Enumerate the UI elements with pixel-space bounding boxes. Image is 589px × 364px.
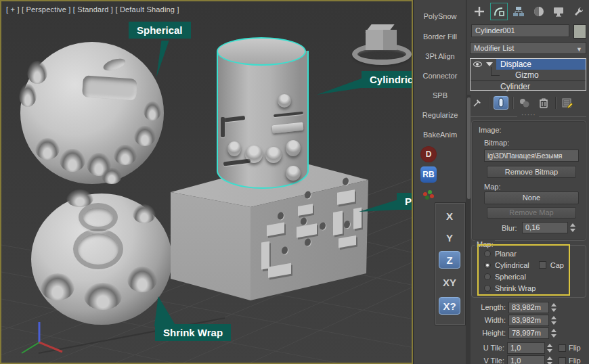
spb-button[interactable]: SPB	[416, 89, 464, 102]
map-option-cylindrical[interactable]: Cylindrical Cap	[484, 260, 564, 269]
hierarchy-icon	[512, 5, 525, 18]
hierarchy-tab[interactable]	[510, 3, 527, 20]
two-spheres-icon	[519, 97, 531, 108]
length-field[interactable]: 83,982m	[508, 302, 549, 313]
perspective-viewport[interactable]: [ + ] [ Perspective ] [ Standard ] [ Def…	[0, 0, 413, 364]
height-spinner[interactable]	[550, 327, 557, 339]
radio-icon[interactable]	[484, 285, 491, 292]
u-tile-row: U Tile: 1,0 Flip	[466, 342, 589, 354]
u-flip-checkbox[interactable]	[559, 344, 566, 352]
object-color-swatch[interactable]	[573, 24, 586, 39]
remove-modifier-button[interactable]	[536, 96, 551, 110]
display-tab[interactable]	[550, 3, 567, 20]
v-tile-row: V Tile: 1,0 Flip	[466, 355, 589, 364]
plus-icon	[473, 5, 485, 18]
pin-icon	[472, 97, 483, 108]
command-panel: Cylinder001 Modifier List ▼ Displace Giz…	[466, 0, 589, 364]
cylinder-selected[interactable]	[215, 37, 311, 201]
planar-callout: Planar	[397, 193, 413, 210]
remove-bitmap-button[interactable]: Remove Bitmap	[487, 166, 576, 178]
axis-xy-button[interactable]: XY	[439, 274, 460, 292]
axis-z-button[interactable]: Z	[439, 251, 460, 269]
map-none-button[interactable]: None	[484, 191, 579, 204]
map-label: Map:	[484, 183, 500, 191]
cylindrical-callout: Cylindrical	[362, 71, 413, 88]
pin-stack-button[interactable]	[470, 96, 485, 110]
radio-selected-icon[interactable]	[484, 262, 491, 269]
blur-spinner[interactable]	[569, 222, 575, 233]
motion-tab[interactable]	[530, 3, 548, 20]
scripts-toolbar: PolySnow Border Fill 3Pt Align Connector…	[413, 0, 466, 364]
map-option-spherical[interactable]: Spherical	[484, 272, 526, 281]
height-row: Height: 78,997m	[466, 327, 589, 339]
show-end-result-button[interactable]	[494, 96, 508, 110]
sphere-shrinkwrap-map[interactable]	[31, 194, 172, 325]
cylinder-cap	[217, 37, 306, 66]
v-flip-label: Flip	[569, 357, 581, 364]
viewport-label[interactable]: [ + ] [ Perspective ] [ Standard ] [ Def…	[6, 5, 179, 14]
eye-icon[interactable]	[473, 62, 482, 67]
wrench-icon	[572, 5, 584, 18]
cap-checkbox[interactable]	[539, 261, 546, 269]
stack-row-cylinder[interactable]: Cylinder	[471, 81, 586, 92]
v-flip-checkbox[interactable]	[559, 357, 566, 364]
v-tile-field[interactable]: 1,0	[507, 355, 545, 364]
mini-displaced-cube	[366, 24, 401, 55]
u-flip-label: Flip	[569, 344, 581, 352]
stack-row-displace[interactable]: Displace	[471, 59, 586, 70]
modifier-stack: Displace Gizmo Cylinder	[470, 58, 586, 91]
sphere-dent	[102, 56, 127, 73]
axis-x-button[interactable]: X	[439, 208, 460, 225]
blur-label: Blur:	[502, 224, 517, 232]
bitmap-path-field[interactable]: ig\3D\Панацея\Безымя	[484, 150, 579, 162]
map-option-shrink-wrap[interactable]: Shrink Wrap	[484, 283, 536, 292]
axis-xq-button[interactable]: X?	[439, 297, 460, 315]
border-fill-button[interactable]: Border Fill	[416, 30, 464, 43]
expand-triangle-icon[interactable]	[486, 62, 493, 66]
radio-icon[interactable]	[484, 273, 491, 280]
shrink-wrap-callout: Shrink Wrap	[155, 324, 231, 341]
sphere-dent	[82, 75, 137, 101]
tree-branch	[491, 67, 500, 76]
v-tile-spinner[interactable]	[546, 355, 552, 364]
height-field[interactable]: 78,997m	[508, 327, 549, 339]
connector-button[interactable]: Connector	[416, 69, 464, 83]
configure-modifier-sets-button[interactable]	[560, 96, 575, 110]
utilities-tab[interactable]	[569, 3, 587, 20]
modifier-list-dropdown[interactable]: Modifier List ▼	[470, 42, 586, 54]
world-axis-tripod	[14, 318, 74, 361]
length-row: Length: 83,982m	[466, 302, 589, 313]
map-option-planar[interactable]: Planar	[484, 249, 517, 258]
rb-icon[interactable]: RB	[420, 166, 437, 183]
rollout-grip[interactable]	[470, 115, 586, 119]
u-tile-field[interactable]: 1,0	[507, 342, 545, 354]
blur-value-field[interactable]: 0,16	[522, 222, 568, 233]
3pt-align-button[interactable]: 3Pt Align	[416, 49, 464, 63]
modify-arc-icon	[493, 5, 505, 18]
max-window: [ + ] [ Perspective ] [ Standard ] [ Def…	[0, 0, 589, 364]
polysnow-button[interactable]: PolySnow	[416, 9, 464, 23]
bakeanim-button[interactable]: BakeAnim	[416, 128, 464, 141]
monitor-icon	[552, 5, 565, 18]
width-field[interactable]: 83,982m	[508, 315, 549, 326]
modify-tab[interactable]	[490, 3, 508, 20]
stack-row-gizmo[interactable]: Gizmo	[471, 70, 586, 81]
regularize-button[interactable]: Regularize	[416, 108, 464, 122]
axis-y-button[interactable]: Y	[439, 229, 460, 247]
make-unique-button[interactable]	[517, 96, 532, 110]
image-label: Image:	[479, 126, 502, 134]
config-grid-pencil-icon	[562, 97, 573, 108]
length-spinner[interactable]	[550, 302, 557, 313]
particles-icon[interactable]	[420, 188, 437, 204]
width-spinner[interactable]	[550, 315, 557, 326]
create-tab[interactable]	[471, 3, 488, 20]
width-row: Width: 83,982m	[466, 315, 589, 326]
u-tile-spinner[interactable]	[546, 342, 552, 354]
sphere-spherical-map[interactable]	[20, 42, 164, 184]
spherical-callout: Spherical	[129, 22, 191, 39]
radio-icon[interactable]	[484, 250, 491, 257]
object-name-field[interactable]: Cylinder001	[471, 24, 569, 37]
remove-map-button: Remove Map	[487, 207, 576, 219]
d-logo-icon[interactable]: D	[420, 146, 437, 162]
motion-icon	[533, 5, 545, 18]
